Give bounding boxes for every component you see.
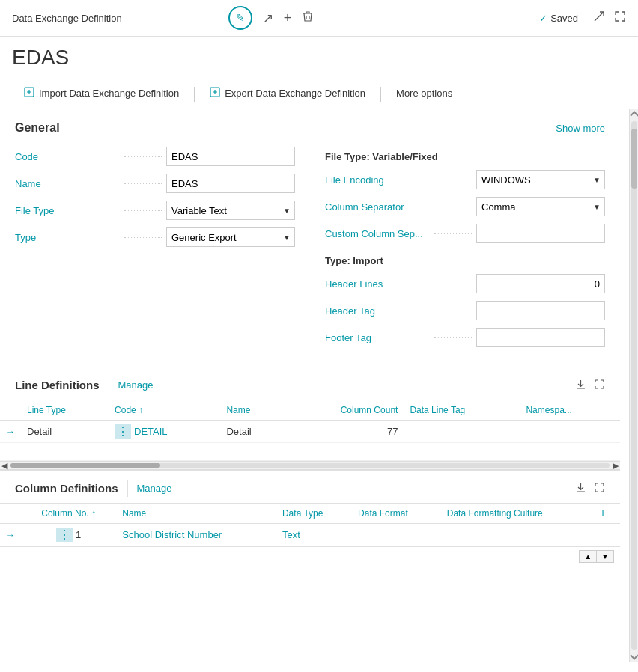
saved-label: Saved: [550, 13, 578, 24]
tab-import[interactable]: Import Data Exchange Definition: [12, 79, 191, 109]
line-def-horizontal-scrollbar[interactable]: ◀ ▶: [0, 461, 620, 470]
col-def-scroll-buttons: ▲ ▼: [0, 546, 620, 566]
name-input-wrapper: [166, 174, 295, 193]
name-input[interactable]: [166, 174, 295, 193]
custom-col-sep-dotted: [434, 233, 472, 234]
filetype-select[interactable]: Variable Text Fixed Text: [166, 201, 295, 220]
scroll-down-arrow[interactable]: [630, 651, 638, 659]
share-icon[interactable]: ↗: [263, 10, 273, 26]
footer-tag-dotted: [434, 337, 472, 338]
line-definitions-section: Line Definitions Manage: [0, 367, 620, 470]
header-tag-row: Header Tag: [325, 301, 605, 320]
delete-icon[interactable]: [302, 10, 314, 25]
column-separator-select[interactable]: Comma Tab Semicolon Custom: [476, 197, 605, 216]
th-namespace: Namespa...: [520, 400, 620, 421]
popout-icon[interactable]: [593, 10, 605, 25]
line-definitions-icons: [575, 379, 605, 392]
row-code-value: DETAIL: [134, 426, 168, 437]
col-def-expand-icon[interactable]: [594, 482, 605, 495]
column-definitions-table: Column No. ↑ Name Data Type Data Format: [0, 504, 620, 546]
th-col-name: Name: [116, 504, 276, 524]
line-def-export-icon[interactable]: [575, 379, 586, 392]
top-bar-title: Data Exchange Definition: [12, 13, 219, 24]
col-row-data-type: Text: [276, 524, 352, 546]
table-row[interactable]: → Detail ⋮ DETAIL Detail 77: [0, 421, 620, 443]
code-field-row: Code: [15, 147, 295, 166]
file-encoding-select[interactable]: WINDOWS UTF-8 UTF-16: [476, 170, 605, 189]
col-row-menu-icon[interactable]: ⋮: [56, 528, 73, 542]
tab-export[interactable]: Export Data Exchange Definition: [198, 79, 377, 109]
line-definitions-table-header-row: Line Type Code ↑ Name Column Count: [0, 400, 620, 421]
col-no-header-text: Column No. ↑: [27, 508, 110, 519]
general-section-header: General Show more: [15, 121, 605, 135]
content-area: General Show more Code Name: [0, 109, 629, 662]
th-col-arrow: [0, 504, 21, 524]
header-lines-dotted: [434, 284, 472, 284]
scroll-right-icon[interactable]: ▶: [613, 461, 619, 471]
code-dotted-spacer: [124, 156, 162, 157]
col-sep-dotted-spacer: [434, 207, 472, 207]
header-tag-input[interactable]: [476, 301, 605, 320]
th-data-format: Data Format: [352, 504, 441, 524]
encoding-dotted-spacer: [434, 180, 472, 180]
line-definitions-title: Line Definitions: [15, 379, 100, 391]
footer-tag-input[interactable]: [476, 328, 605, 347]
row-arrow-cell: →: [0, 421, 21, 443]
row-menu-icon[interactable]: ⋮: [115, 424, 131, 439]
show-more-link[interactable]: Show more: [556, 123, 605, 134]
col-row-formatting-culture: [441, 524, 596, 546]
edit-icon[interactable]: ✎: [228, 6, 252, 30]
file-encoding-label: File Encoding: [325, 174, 430, 186]
th-arrow-linetype: [0, 400, 21, 421]
tab-separator-1: [194, 87, 195, 102]
custom-col-sep-input[interactable]: [476, 224, 605, 243]
row-data-line-tag: [404, 421, 520, 443]
footer-tag-input-wrapper: [476, 328, 605, 347]
header-lines-input-wrapper: [476, 274, 605, 293]
line-def-expand-icon[interactable]: [594, 379, 605, 392]
general-section: General Show more Code Name: [0, 109, 620, 367]
action-tabs: Import Data Exchange Definition Export D…: [0, 79, 638, 109]
type-select-wrapper: Generic Export Generic Import ▼: [166, 227, 295, 247]
add-icon[interactable]: +: [284, 10, 292, 26]
tab-export-label: Export Data Exchange Definition: [225, 88, 365, 99]
column-definitions-section: Column Definitions Manage: [0, 470, 620, 566]
col-row-data-format: [352, 524, 441, 546]
scroll-left-icon[interactable]: ◀: [1, 461, 7, 471]
column-separator-row: Column Separator Comma Tab Semicolon Cus…: [325, 197, 605, 216]
th-line-type: Line Type: [21, 400, 109, 421]
name-label: Name: [15, 178, 120, 189]
column-definitions-manage[interactable]: Manage: [127, 480, 181, 497]
column-separator-select-wrapper: Comma Tab Semicolon Custom ▼: [476, 197, 605, 216]
col-def-scroll-down[interactable]: ▼: [597, 550, 614, 563]
header-lines-input[interactable]: [476, 274, 605, 293]
tab-more-options[interactable]: More options: [384, 80, 464, 108]
code-input-wrapper: [166, 147, 295, 166]
top-bar-icons: ✎ ↗ +: [228, 6, 315, 30]
type-dotted-spacer: [124, 237, 162, 238]
custom-col-sep-label: Custom Column Sep...: [325, 228, 430, 239]
column-separator-label: Column Separator: [325, 201, 430, 213]
header-tag-label: Header Tag: [325, 305, 430, 317]
col-def-scroll-up[interactable]: ▲: [579, 550, 597, 563]
code-input[interactable]: [166, 147, 295, 166]
col-def-export-icon[interactable]: [575, 482, 586, 495]
scroll-track: [10, 463, 610, 468]
col-definitions-header-row: Column No. ↑ Name Data Type Data Format: [0, 504, 620, 524]
page-scrollbar[interactable]: [629, 109, 638, 662]
expand-icon[interactable]: [614, 10, 626, 25]
col-table-row[interactable]: → ⋮ 1 School District Number Text: [0, 524, 620, 546]
filetype-dotted-spacer: [124, 210, 162, 211]
tab-separator-2: [380, 87, 381, 102]
scroll-thumb: [10, 463, 160, 468]
scroll-up-arrow[interactable]: [630, 111, 638, 119]
line-definitions-header: Line Definitions Manage: [0, 367, 620, 400]
type-select[interactable]: Generic Export Generic Import: [166, 227, 295, 247]
tab-import-label: Import Data Exchange Definition: [39, 88, 179, 99]
file-encoding-select-wrapper: WINDOWS UTF-8 UTF-16 ▼: [476, 170, 605, 189]
header-tag-dotted: [434, 311, 472, 311]
type-label: Type: [15, 232, 120, 243]
header-lines-label: Header Lines: [325, 278, 430, 290]
line-definitions-manage[interactable]: Manage: [109, 376, 162, 394]
code-label: Code: [15, 151, 120, 162]
